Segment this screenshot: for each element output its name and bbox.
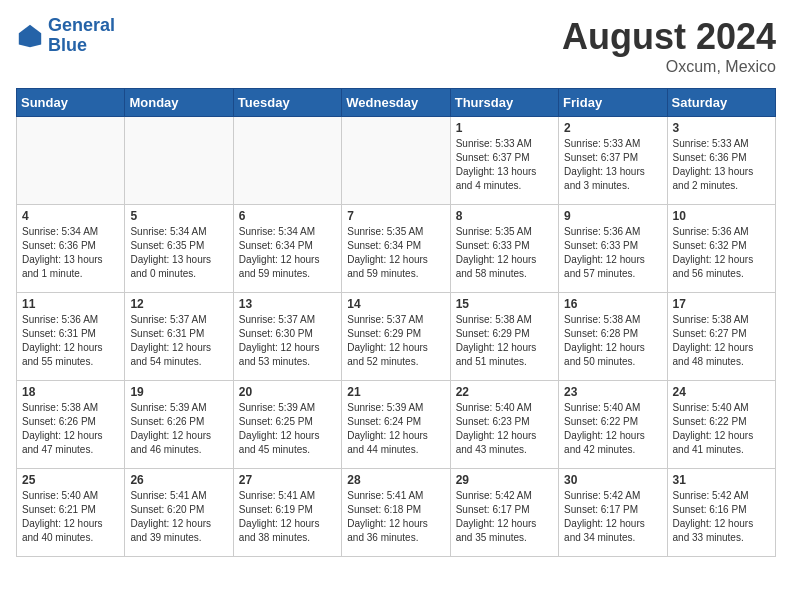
day-number: 23 <box>564 385 661 399</box>
week-row-4: 25Sunrise: 5:40 AM Sunset: 6:21 PM Dayli… <box>17 469 776 557</box>
day-info: Sunrise: 5:40 AM Sunset: 6:23 PM Dayligh… <box>456 401 553 457</box>
logo-text: General Blue <box>48 16 115 56</box>
day-number: 30 <box>564 473 661 487</box>
day-info: Sunrise: 5:36 AM Sunset: 6:33 PM Dayligh… <box>564 225 661 281</box>
day-info: Sunrise: 5:38 AM Sunset: 6:27 PM Dayligh… <box>673 313 770 369</box>
title-block: August 2024 Oxcum, Mexico <box>562 16 776 76</box>
calendar-cell <box>233 117 341 205</box>
calendar-cell: 22Sunrise: 5:40 AM Sunset: 6:23 PM Dayli… <box>450 381 558 469</box>
calendar-cell: 19Sunrise: 5:39 AM Sunset: 6:26 PM Dayli… <box>125 381 233 469</box>
location: Oxcum, Mexico <box>562 58 776 76</box>
day-header-monday: Monday <box>125 89 233 117</box>
day-number: 21 <box>347 385 444 399</box>
day-info: Sunrise: 5:35 AM Sunset: 6:34 PM Dayligh… <box>347 225 444 281</box>
day-header-friday: Friday <box>559 89 667 117</box>
day-number: 6 <box>239 209 336 223</box>
day-info: Sunrise: 5:33 AM Sunset: 6:37 PM Dayligh… <box>456 137 553 193</box>
day-info: Sunrise: 5:35 AM Sunset: 6:33 PM Dayligh… <box>456 225 553 281</box>
page-header: General Blue August 2024 Oxcum, Mexico <box>16 16 776 76</box>
calendar-cell: 16Sunrise: 5:38 AM Sunset: 6:28 PM Dayli… <box>559 293 667 381</box>
day-info: Sunrise: 5:39 AM Sunset: 6:26 PM Dayligh… <box>130 401 227 457</box>
day-info: Sunrise: 5:34 AM Sunset: 6:35 PM Dayligh… <box>130 225 227 281</box>
day-header-sunday: Sunday <box>17 89 125 117</box>
day-info: Sunrise: 5:38 AM Sunset: 6:29 PM Dayligh… <box>456 313 553 369</box>
day-info: Sunrise: 5:42 AM Sunset: 6:17 PM Dayligh… <box>564 489 661 545</box>
day-header-tuesday: Tuesday <box>233 89 341 117</box>
day-number: 19 <box>130 385 227 399</box>
day-info: Sunrise: 5:34 AM Sunset: 6:34 PM Dayligh… <box>239 225 336 281</box>
day-number: 9 <box>564 209 661 223</box>
day-number: 12 <box>130 297 227 311</box>
calendar-table: SundayMondayTuesdayWednesdayThursdayFrid… <box>16 88 776 557</box>
calendar-cell: 13Sunrise: 5:37 AM Sunset: 6:30 PM Dayli… <box>233 293 341 381</box>
day-info: Sunrise: 5:41 AM Sunset: 6:19 PM Dayligh… <box>239 489 336 545</box>
day-info: Sunrise: 5:42 AM Sunset: 6:17 PM Dayligh… <box>456 489 553 545</box>
day-number: 29 <box>456 473 553 487</box>
day-info: Sunrise: 5:41 AM Sunset: 6:18 PM Dayligh… <box>347 489 444 545</box>
calendar-cell: 10Sunrise: 5:36 AM Sunset: 6:32 PM Dayli… <box>667 205 775 293</box>
week-row-1: 4Sunrise: 5:34 AM Sunset: 6:36 PM Daylig… <box>17 205 776 293</box>
day-info: Sunrise: 5:38 AM Sunset: 6:28 PM Dayligh… <box>564 313 661 369</box>
day-number: 13 <box>239 297 336 311</box>
logo: General Blue <box>16 16 115 56</box>
header-row: SundayMondayTuesdayWednesdayThursdayFrid… <box>17 89 776 117</box>
svg-marker-0 <box>19 25 41 47</box>
day-info: Sunrise: 5:36 AM Sunset: 6:32 PM Dayligh… <box>673 225 770 281</box>
week-row-0: 1Sunrise: 5:33 AM Sunset: 6:37 PM Daylig… <box>17 117 776 205</box>
calendar-cell: 5Sunrise: 5:34 AM Sunset: 6:35 PM Daylig… <box>125 205 233 293</box>
day-info: Sunrise: 5:37 AM Sunset: 6:31 PM Dayligh… <box>130 313 227 369</box>
calendar-cell <box>125 117 233 205</box>
day-number: 4 <box>22 209 119 223</box>
day-number: 11 <box>22 297 119 311</box>
calendar-header: SundayMondayTuesdayWednesdayThursdayFrid… <box>17 89 776 117</box>
calendar-cell: 27Sunrise: 5:41 AM Sunset: 6:19 PM Dayli… <box>233 469 341 557</box>
logo-icon <box>16 22 44 50</box>
calendar-cell: 8Sunrise: 5:35 AM Sunset: 6:33 PM Daylig… <box>450 205 558 293</box>
day-number: 31 <box>673 473 770 487</box>
calendar-cell: 11Sunrise: 5:36 AM Sunset: 6:31 PM Dayli… <box>17 293 125 381</box>
calendar-cell: 3Sunrise: 5:33 AM Sunset: 6:36 PM Daylig… <box>667 117 775 205</box>
day-number: 10 <box>673 209 770 223</box>
day-number: 3 <box>673 121 770 135</box>
day-info: Sunrise: 5:42 AM Sunset: 6:16 PM Dayligh… <box>673 489 770 545</box>
calendar-cell: 7Sunrise: 5:35 AM Sunset: 6:34 PM Daylig… <box>342 205 450 293</box>
day-number: 27 <box>239 473 336 487</box>
day-number: 20 <box>239 385 336 399</box>
calendar-cell: 24Sunrise: 5:40 AM Sunset: 6:22 PM Dayli… <box>667 381 775 469</box>
day-info: Sunrise: 5:36 AM Sunset: 6:31 PM Dayligh… <box>22 313 119 369</box>
calendar-cell: 2Sunrise: 5:33 AM Sunset: 6:37 PM Daylig… <box>559 117 667 205</box>
day-number: 8 <box>456 209 553 223</box>
calendar-cell: 23Sunrise: 5:40 AM Sunset: 6:22 PM Dayli… <box>559 381 667 469</box>
week-row-2: 11Sunrise: 5:36 AM Sunset: 6:31 PM Dayli… <box>17 293 776 381</box>
calendar-body: 1Sunrise: 5:33 AM Sunset: 6:37 PM Daylig… <box>17 117 776 557</box>
calendar-cell <box>342 117 450 205</box>
day-number: 25 <box>22 473 119 487</box>
day-info: Sunrise: 5:34 AM Sunset: 6:36 PM Dayligh… <box>22 225 119 281</box>
calendar-cell: 30Sunrise: 5:42 AM Sunset: 6:17 PM Dayli… <box>559 469 667 557</box>
day-info: Sunrise: 5:40 AM Sunset: 6:22 PM Dayligh… <box>673 401 770 457</box>
calendar-cell: 9Sunrise: 5:36 AM Sunset: 6:33 PM Daylig… <box>559 205 667 293</box>
calendar-cell: 6Sunrise: 5:34 AM Sunset: 6:34 PM Daylig… <box>233 205 341 293</box>
day-header-wednesday: Wednesday <box>342 89 450 117</box>
calendar-cell: 26Sunrise: 5:41 AM Sunset: 6:20 PM Dayli… <box>125 469 233 557</box>
day-number: 18 <box>22 385 119 399</box>
calendar-cell: 1Sunrise: 5:33 AM Sunset: 6:37 PM Daylig… <box>450 117 558 205</box>
day-number: 26 <box>130 473 227 487</box>
day-header-thursday: Thursday <box>450 89 558 117</box>
day-info: Sunrise: 5:41 AM Sunset: 6:20 PM Dayligh… <box>130 489 227 545</box>
day-number: 17 <box>673 297 770 311</box>
day-number: 2 <box>564 121 661 135</box>
calendar-cell: 12Sunrise: 5:37 AM Sunset: 6:31 PM Dayli… <box>125 293 233 381</box>
calendar-cell: 4Sunrise: 5:34 AM Sunset: 6:36 PM Daylig… <box>17 205 125 293</box>
calendar-cell: 18Sunrise: 5:38 AM Sunset: 6:26 PM Dayli… <box>17 381 125 469</box>
day-number: 22 <box>456 385 553 399</box>
calendar-cell: 25Sunrise: 5:40 AM Sunset: 6:21 PM Dayli… <box>17 469 125 557</box>
month-year: August 2024 <box>562 16 776 58</box>
day-number: 5 <box>130 209 227 223</box>
day-info: Sunrise: 5:33 AM Sunset: 6:37 PM Dayligh… <box>564 137 661 193</box>
day-number: 24 <box>673 385 770 399</box>
calendar-cell: 29Sunrise: 5:42 AM Sunset: 6:17 PM Dayli… <box>450 469 558 557</box>
day-number: 1 <box>456 121 553 135</box>
calendar-cell <box>17 117 125 205</box>
day-number: 16 <box>564 297 661 311</box>
